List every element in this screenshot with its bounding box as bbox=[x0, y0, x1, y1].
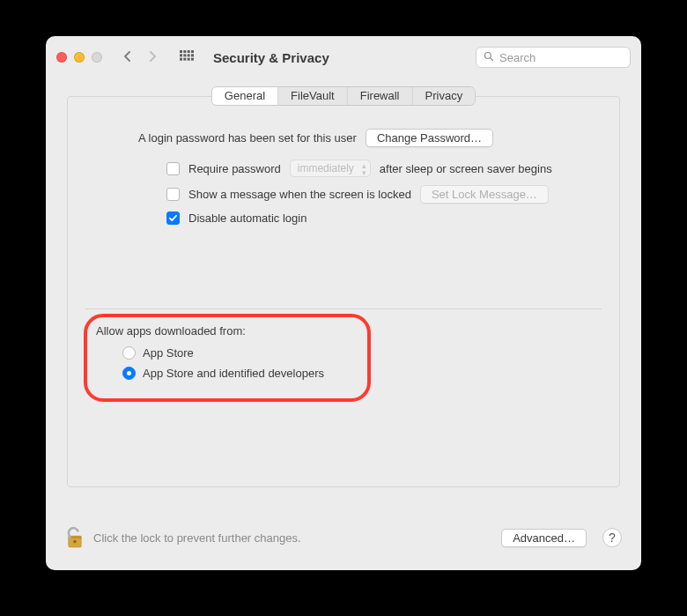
svg-rect-0 bbox=[180, 50, 182, 53]
set-lock-message-button: Set Lock Message… bbox=[420, 185, 549, 204]
svg-rect-3 bbox=[191, 50, 194, 53]
svg-rect-2 bbox=[188, 50, 190, 53]
svg-rect-5 bbox=[183, 54, 186, 56]
back-button[interactable] bbox=[123, 50, 132, 65]
lock-hint-text: Click the lock to prevent further change… bbox=[93, 531, 301, 545]
radio-app-store[interactable] bbox=[122, 346, 136, 360]
chevron-updown-icon: ▴▾ bbox=[362, 162, 366, 176]
tab-privacy[interactable]: Privacy bbox=[413, 87, 476, 105]
svg-point-16 bbox=[73, 540, 77, 544]
section-divider bbox=[85, 308, 602, 309]
tab-firewall[interactable]: Firewall bbox=[348, 87, 413, 105]
require-password-after-text: after sleep or screen saver begins bbox=[380, 162, 552, 175]
show-message-checkbox[interactable] bbox=[166, 188, 180, 201]
svg-rect-8 bbox=[180, 58, 182, 61]
svg-point-12 bbox=[485, 52, 491, 58]
minimize-button[interactable] bbox=[74, 52, 85, 63]
svg-rect-10 bbox=[188, 58, 190, 61]
radio-app-store-identified-label: App Store and identified developers bbox=[143, 367, 324, 380]
zoom-button bbox=[92, 52, 102, 63]
radio-app-store-label: App Store bbox=[143, 346, 194, 360]
change-password-button[interactable]: Change Password… bbox=[366, 129, 493, 147]
search-input[interactable] bbox=[499, 51, 623, 64]
svg-rect-6 bbox=[188, 54, 190, 56]
search-icon bbox=[484, 51, 494, 64]
svg-rect-4 bbox=[180, 54, 182, 56]
window-controls bbox=[56, 52, 102, 63]
nav-arrows bbox=[123, 50, 157, 65]
advanced-button[interactable]: Advanced… bbox=[501, 529, 587, 547]
forward-button bbox=[148, 50, 157, 65]
main-panel: General FileVault Firewall Privacy A log… bbox=[67, 96, 620, 487]
general-tab-content: A login password has been set for this u… bbox=[68, 97, 619, 225]
delay-popup: immediately ▴▾ bbox=[290, 160, 371, 177]
svg-rect-11 bbox=[191, 58, 194, 61]
window-title: Security & Privacy bbox=[213, 50, 329, 65]
show-all-icon[interactable] bbox=[180, 50, 194, 64]
preferences-window: Security & Privacy General FileVault Fir… bbox=[46, 36, 641, 570]
search-field[interactable] bbox=[476, 47, 631, 68]
tab-bar: General FileVault Firewall Privacy bbox=[211, 86, 476, 106]
close-button[interactable] bbox=[56, 52, 67, 63]
svg-line-13 bbox=[491, 57, 493, 60]
titlebar: Security & Privacy bbox=[46, 36, 641, 78]
disable-auto-login-checkbox[interactable] bbox=[166, 212, 180, 225]
radio-app-store-identified[interactable] bbox=[122, 367, 136, 380]
allow-apps-section: Allow apps downloaded from: App Store Ap… bbox=[96, 324, 324, 387]
help-button[interactable]: ? bbox=[602, 528, 622, 547]
lock-icon[interactable] bbox=[65, 525, 85, 550]
delay-value: immediately bbox=[298, 162, 354, 174]
svg-rect-7 bbox=[191, 54, 194, 56]
tab-general[interactable]: General bbox=[212, 87, 278, 105]
require-password-label: Require password bbox=[188, 162, 281, 175]
svg-rect-9 bbox=[183, 58, 186, 61]
login-password-text: A login password has been set for this u… bbox=[138, 131, 357, 145]
allow-apps-title: Allow apps downloaded from: bbox=[96, 324, 324, 338]
footer: Click the lock to prevent further change… bbox=[46, 505, 641, 570]
show-message-label: Show a message when the screen is locked bbox=[188, 188, 411, 201]
svg-rect-1 bbox=[183, 50, 186, 53]
tab-filevault[interactable]: FileVault bbox=[278, 87, 348, 105]
require-password-checkbox[interactable] bbox=[166, 162, 180, 175]
disable-auto-login-label: Disable automatic login bbox=[188, 212, 307, 225]
